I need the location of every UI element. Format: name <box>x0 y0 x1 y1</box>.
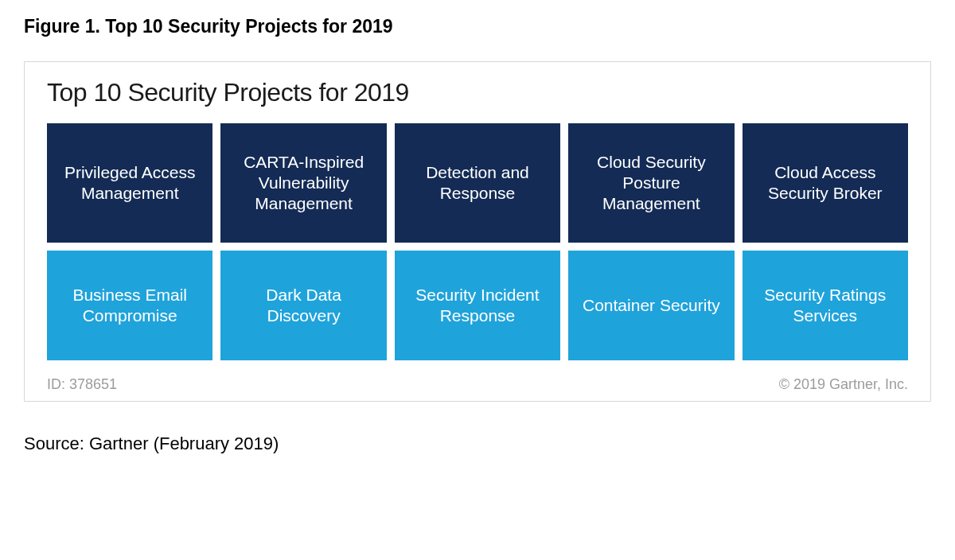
tile-privileged-access-management: Privileged Access Management <box>47 123 212 243</box>
chart-footer: ID: 378651 © 2019 Gartner, Inc. <box>47 371 908 393</box>
tile-security-ratings-services: Security Ratings Services <box>743 251 908 360</box>
tile-security-incident-response: Security Incident Response <box>395 251 560 360</box>
chart-container: Top 10 Security Projects for 2019 Privil… <box>24 61 931 402</box>
chart-copyright: © 2019 Gartner, Inc. <box>779 376 908 393</box>
tile-dark-data-discovery: Dark Data Discovery <box>220 251 386 360</box>
tile-grid: Privileged Access Management CARTA-Inspi… <box>47 123 908 360</box>
chart-id-label: ID: 378651 <box>47 376 117 393</box>
figure-caption: Figure 1. Top 10 Security Projects for 2… <box>24 16 931 37</box>
tile-cloud-access-security-broker: Cloud Access Security Broker <box>743 123 908 243</box>
tile-business-email-compromise: Business Email Compromise <box>47 251 212 360</box>
tile-container-security: Container Security <box>568 251 734 360</box>
chart-title: Top 10 Security Projects for 2019 <box>47 78 908 107</box>
tile-cloud-security-posture-management: Cloud Security Posture Management <box>568 123 734 243</box>
tile-carta-vulnerability-management: CARTA-Inspired Vulnerability Management <box>220 123 386 243</box>
source-line: Source: Gartner (February 2019) <box>24 434 931 454</box>
tile-detection-and-response: Detection and Response <box>395 123 560 243</box>
